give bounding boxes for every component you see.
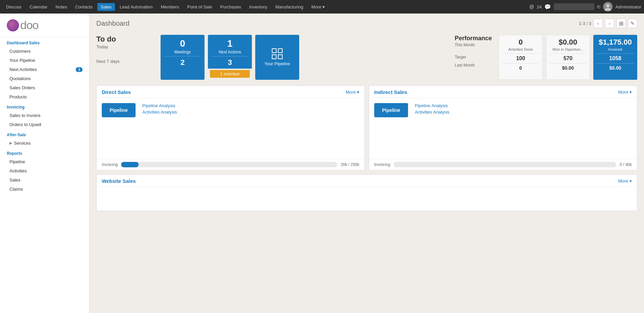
direct-sales-activities-analysis-link[interactable]: Activities Analysis xyxy=(142,110,177,115)
pipeline-kpi-box[interactable]: Your Pipeline xyxy=(255,35,299,80)
indirect-sales-links: Pipeline Analysis Activities Analysis xyxy=(415,103,450,154)
indirect-sales-invoicing-bar xyxy=(393,162,616,167)
indirect-sales-pipeline-analysis-link[interactable]: Pipeline Analysis xyxy=(415,103,450,108)
invoiced-target: 1058 xyxy=(594,54,637,63)
sidebar-item-claims[interactable]: Claims xyxy=(0,185,89,194)
direct-sales-pipeline-button[interactable]: Pipeline xyxy=(102,103,136,117)
last-month-label: Last Month xyxy=(455,63,495,68)
sidebar-item-your-pipeline[interactable]: Your Pipeline xyxy=(0,56,89,65)
won-box[interactable]: $0.00 Won in Opportun... 570 $0.00 xyxy=(546,35,590,80)
won-last: $0.00 xyxy=(546,64,590,72)
meetings-7days: 2 xyxy=(161,56,205,69)
activities-done-box[interactable]: 0 Activities Done 100 0 xyxy=(499,35,543,80)
nav-right-section: @ 24 💬 ⎋ Administrator xyxy=(529,2,641,11)
sidebar: doo Dashboard Sales Customers Your Pipel… xyxy=(0,14,90,313)
notification-count[interactable]: 24 xyxy=(537,4,542,9)
direct-sales-invoicing-bar xyxy=(121,162,337,167)
sidebar-item-sales-orders[interactable]: Sales Orders xyxy=(0,83,89,92)
page-prev-button[interactable]: ‹ xyxy=(593,19,603,28)
indirect-sales-header: Indirect Sales More ▾ xyxy=(369,86,637,98)
login-icon[interactable]: ⎋ xyxy=(597,4,600,10)
website-sales-row: Website Sales More ▾ xyxy=(90,174,644,215)
direct-sales-links: Pipeline Analysis Activities Analysis xyxy=(142,103,177,154)
todo-section: To do Today Next 7 days 0 Meetings 2 1 xyxy=(96,35,299,80)
nav-contacts[interactable]: Contacts xyxy=(72,3,96,11)
nav-lead-automation[interactable]: Lead Automation xyxy=(116,3,156,11)
meetings-count: 0 xyxy=(161,35,205,50)
username[interactable]: Administrator xyxy=(615,4,641,9)
meetings-kpi-box[interactable]: 0 Meetings 2 xyxy=(161,35,205,80)
pipeline-label: Your Pipeline xyxy=(264,61,290,66)
pipeline-grid-icon xyxy=(272,48,283,59)
invoiced-box[interactable]: $1,175.00 Invoiced 1058 $0.00 xyxy=(593,35,637,80)
notification-icon[interactable]: @ xyxy=(529,4,534,9)
dashboard-header: Dashboard 1-3 / 3 ‹ › ⊞ ✎ xyxy=(90,14,644,31)
nav-sales[interactable]: Sales xyxy=(97,3,115,11)
direct-sales-header: Direct Sales More ▾ xyxy=(97,86,364,98)
sidebar-section-invoicing: Invoicing Sales to Invoice Orders to Ups… xyxy=(0,101,89,129)
sidebar-item-orders-to-upsell[interactable]: Orders to Upsell xyxy=(0,120,89,129)
page-next-button[interactable]: › xyxy=(605,19,614,28)
website-sales-body xyxy=(97,187,637,211)
sidebar-item-products[interactable]: Products xyxy=(0,92,89,101)
message-icon[interactable]: 💬 xyxy=(544,4,551,10)
direct-sales-more[interactable]: More ▾ xyxy=(346,90,359,95)
indirect-sales-invoicing-text: 0 / 40k xyxy=(620,162,632,167)
indirect-sales-title: Indirect Sales xyxy=(374,89,407,95)
chevron-right-icon: ▶ xyxy=(9,141,12,145)
grid-view-button[interactable]: ⊞ xyxy=(616,19,626,28)
main-layout: doo Dashboard Sales Customers Your Pipel… xyxy=(0,14,644,313)
direct-sales-invoicing-label: Invoicing xyxy=(102,162,118,167)
activities-done-value: 0 xyxy=(499,35,542,47)
direct-sales-pipeline-analysis-link[interactable]: Pipeline Analysis xyxy=(142,103,177,108)
nav-more[interactable]: More ▾ xyxy=(308,3,328,11)
nav-members[interactable]: Members xyxy=(158,3,183,11)
website-sales-card: Website Sales More ▾ xyxy=(96,174,637,211)
nav-manufacturing[interactable]: Manufacturing xyxy=(272,3,306,11)
nav-discuss[interactable]: Discuss xyxy=(3,3,25,11)
nav-notes[interactable]: Notes xyxy=(52,3,70,11)
nav-inventory[interactable]: Inventory xyxy=(246,3,270,11)
sidebar-item-services[interactable]: ▶ Services xyxy=(0,139,89,148)
sidebar-section-header-dashboard: Dashboard Sales xyxy=(0,37,89,47)
nav-purchases[interactable]: Purchases xyxy=(217,3,244,11)
next-activities-badge: 3 xyxy=(76,67,82,72)
sidebar-item-next-activities[interactable]: Next Activities 3 xyxy=(0,65,89,74)
direct-sales-title: Direct Sales xyxy=(102,89,131,95)
sidebar-item-customers[interactable]: Customers xyxy=(0,47,89,56)
indirect-sales-activities-analysis-link[interactable]: Activities Analysis xyxy=(415,110,450,115)
direct-sales-card: Direct Sales More ▾ Pipeline Pipeline An… xyxy=(96,86,365,170)
meetings-label: Meetings xyxy=(161,50,205,56)
sidebar-item-pipeline[interactable]: Pipeline xyxy=(0,157,89,166)
activities-last: 0 xyxy=(499,64,542,72)
nav-point-of-sale[interactable]: Point of Sale xyxy=(184,3,216,11)
sidebar-item-sales-to-invoice[interactable]: Sales to Invoice xyxy=(0,111,89,120)
website-sales-more[interactable]: More ▾ xyxy=(618,178,632,184)
indirect-sales-more[interactable]: More ▾ xyxy=(618,90,632,95)
next-actions-kpi-box[interactable]: 1 Next Actions 3 xyxy=(208,35,252,69)
edit-button[interactable]: ✎ xyxy=(628,19,637,28)
indirect-sales-body: Pipeline Pipeline Analysis Activities An… xyxy=(369,98,637,159)
sidebar-section-after-sale: After-Sale ▶ Services xyxy=(0,129,89,148)
website-sales-title: Website Sales xyxy=(102,178,136,184)
overdue-badge[interactable]: 1 overdue xyxy=(210,70,250,78)
svg-point-0 xyxy=(606,4,610,7)
indirect-sales-card: Indirect Sales More ▾ Pipeline Pipeline … xyxy=(369,86,637,170)
sidebar-item-quotations[interactable]: Quotations xyxy=(0,74,89,83)
page-title: Dashboard xyxy=(96,20,129,27)
sidebar-section-header-invoicing: Invoicing xyxy=(0,101,89,111)
indirect-sales-pipeline-button[interactable]: Pipeline xyxy=(374,103,408,117)
won-value: $0.00 xyxy=(546,35,590,47)
direct-sales-invoicing-fill xyxy=(121,162,138,167)
invoiced-label: Invoiced xyxy=(594,47,637,53)
avatar[interactable] xyxy=(603,2,613,11)
invoiced-last: $0.00 xyxy=(594,64,637,72)
sidebar-item-activities[interactable]: Activities xyxy=(0,166,89,175)
target-label: Target xyxy=(455,55,495,59)
pagination-text: 1-3 / 3 xyxy=(579,21,591,26)
nav-calendar[interactable]: Calendar xyxy=(26,3,51,11)
sidebar-item-sales[interactable]: Sales xyxy=(0,175,89,185)
performance-labels: Performance This Month Target Last Month xyxy=(455,35,495,80)
search-input[interactable] xyxy=(554,3,594,10)
sidebar-logo[interactable]: doo xyxy=(0,14,89,37)
